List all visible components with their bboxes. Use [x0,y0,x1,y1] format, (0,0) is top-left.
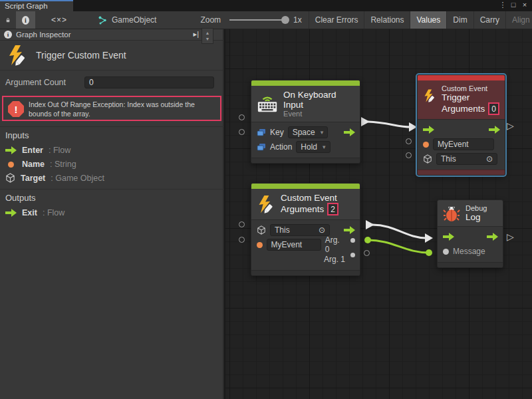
error-message-box: ! Index Out Of Range Exception: Index wa… [2,96,221,121]
flow-output-port[interactable] [344,226,355,234]
carry-label: Carry [480,15,499,25]
port-trigger-exit[interactable]: ▷ [507,120,514,131]
align-dropdown[interactable]: Align▾ [506,11,532,29]
cube-icon[interactable] [257,225,266,235]
info-icon: i [4,31,12,39]
node-custom-event-arguments[interactable]: Custom Event Arguments 2 This⊙ MyEvent A… [251,183,360,276]
divider [0,189,224,190]
values-label: Values [416,15,440,25]
flow-output-port[interactable] [489,126,500,134]
port-trigger-name[interactable] [406,138,412,144]
carry-toggle[interactable]: Carry [474,11,506,29]
values-toggle[interactable]: Values [410,11,447,29]
node-header[interactable]: Custom Event Arguments 2 [251,189,360,219]
lock-button[interactable] [0,11,16,29]
key-row: Key Space▾ [251,125,360,140]
value-port-icon[interactable] [443,249,449,255]
port-arg1-out[interactable] [364,250,370,256]
dim-toggle[interactable]: Dim [447,11,473,29]
custom-event-icon [7,45,28,66]
port-args-target[interactable] [239,221,245,227]
keyboard-event-icon [257,94,278,113]
flow-arrow-icon [5,209,17,217]
close-icon[interactable]: × [519,1,530,9]
node-trigger-custom-event[interactable]: Custom Event Trigger Arguments 0 MyEvent… [417,74,505,176]
node-debug-log[interactable]: Debug Log Message [437,200,503,268]
code-view-button[interactable]: <×> [45,11,73,29]
gameobject-reference[interactable]: GameObject [92,11,162,29]
relations-toggle[interactable]: Relations [364,11,410,29]
action-dropdown[interactable]: Hold▾ [296,141,330,153]
port-key[interactable] [239,114,245,120]
zoom-slider[interactable] [227,11,289,29]
string-port-icon[interactable] [423,142,429,148]
argument-count-input[interactable] [84,76,214,88]
flow-input-port[interactable] [423,126,434,134]
spin-up-icon[interactable]: ▲ [205,30,210,36]
string-port-icon [8,162,14,168]
node-kicker: Custom Event [281,193,338,203]
code-view-label: <×> [51,15,67,25]
zoom-slider-handle[interactable] [281,16,289,24]
dim-label: Dim [453,15,467,25]
node-header[interactable]: Custom Event Trigger Arguments 0 [418,80,505,119]
target-dropdown[interactable]: This⊙ [436,153,497,165]
window-tab-bar: Script Graph ⋮ □ × [0,0,532,11]
node-on-keyboard-input[interactable]: On Keyboard Input Event Key Space▾ Actio… [251,80,360,164]
bug-icon [443,205,460,222]
info-icon: i [22,16,29,25]
arg0-port-dot[interactable] [350,238,355,243]
window-menu-icon[interactable]: ⋮ [497,1,508,9]
graph-canvas[interactable]: On Keyboard Input Event Key Space▾ Actio… [225,29,532,399]
string-port-icon[interactable] [257,242,263,248]
flow-output-port[interactable] [487,233,498,241]
cube-icon [5,173,15,183]
custom-event-icon [423,87,436,104]
node-footer [251,158,360,163]
key-value: Space [293,128,315,137]
flow-input-port[interactable] [443,233,454,241]
clear-errors-label: Clear Errors [315,15,358,25]
arg1-port-dot[interactable] [350,253,355,257]
node-footer [418,170,505,175]
flow-output-port[interactable] [344,128,355,136]
zoom-value: 1x [289,11,309,29]
key-dropdown[interactable]: Space▾ [288,126,329,138]
node-title-line2: Arguments [442,104,485,114]
node-title: Log [466,212,487,222]
inspector-toggle-button[interactable]: i [16,11,35,29]
zoom-slider-track[interactable] [229,19,287,21]
tab-script-graph[interactable]: Script Graph [0,0,73,11]
node-header[interactable]: Debug Log [438,200,503,226]
flow-arrow-icon [5,146,17,154]
target-dropdown[interactable]: This⊙ [270,224,330,236]
zoom-label: Zoom [194,11,227,29]
key-port-icon [257,128,266,137]
node-header[interactable]: On Keyboard Input Event [251,86,360,122]
spin-down-icon[interactable]: ▼ [205,36,210,42]
input-pin-name: Name: String [5,160,76,169]
port-args-name[interactable] [239,237,245,243]
message-row: Message [438,244,503,259]
node-footer [251,270,360,275]
event-name-value: MyEvent [438,140,469,149]
relations-label: Relations [370,15,404,25]
event-name-input[interactable]: MyEvent [433,138,494,150]
node-body: Key Space▾ Action Hold▾ [251,122,360,158]
dock-panel-icon[interactable]: ▸| [194,30,199,39]
maximize-icon[interactable]: □ [508,1,519,9]
node-color-bar [251,80,360,86]
node-title-line2-row: Arguments 0 [442,102,499,115]
cube-icon[interactable] [423,154,432,164]
panel-spinner[interactable]: ▲ ▼ [201,28,213,44]
node-kicker: Custom Event [442,84,499,92]
clear-errors-button[interactable]: Clear Errors [309,11,365,29]
port-log-exit[interactable]: ▷ [507,231,514,242]
node-color-bar [251,184,360,189]
event-name-input[interactable]: MyEvent [267,239,321,251]
port-action[interactable] [239,129,245,135]
node-title-row: Arguments 2 [281,203,338,215]
port-trigger-target[interactable] [406,152,412,158]
target-picker-icon[interactable]: ⊙ [319,225,325,235]
target-picker-icon[interactable]: ⊙ [486,154,493,164]
